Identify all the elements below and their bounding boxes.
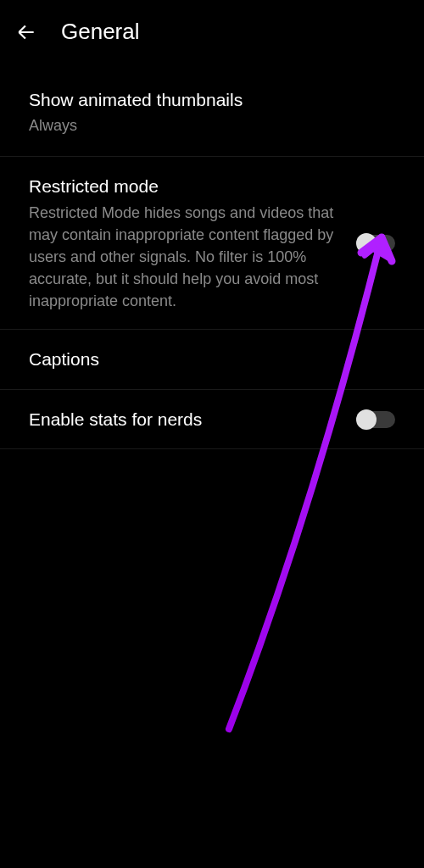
page-title: General bbox=[61, 19, 140, 45]
setting-content: Captions bbox=[29, 347, 395, 371]
stats-for-nerds-toggle[interactable] bbox=[358, 411, 395, 428]
setting-description: Restricted Mode hides songs and videos t… bbox=[29, 202, 341, 312]
setting-content: Restricted mode Restricted Mode hides so… bbox=[29, 174, 358, 313]
setting-title: Enable stats for nerds bbox=[29, 407, 341, 431]
setting-restricted-mode[interactable]: Restricted mode Restricted Mode hides so… bbox=[0, 157, 424, 331]
settings-list: Show animated thumbnails Always Restrict… bbox=[0, 64, 424, 449]
setting-stats-for-nerds[interactable]: Enable stats for nerds bbox=[0, 390, 424, 449]
setting-animated-thumbnails[interactable]: Show animated thumbnails Always bbox=[0, 64, 424, 157]
setting-title: Restricted mode bbox=[29, 174, 341, 198]
back-icon[interactable] bbox=[15, 21, 37, 43]
toggle-thumb bbox=[356, 409, 377, 430]
setting-content: Show animated thumbnails Always bbox=[29, 87, 395, 137]
restricted-mode-toggle[interactable] bbox=[358, 235, 395, 252]
setting-subtitle: Always bbox=[29, 115, 378, 136]
setting-captions[interactable]: Captions bbox=[0, 330, 424, 389]
header: General bbox=[0, 0, 424, 64]
setting-title: Captions bbox=[29, 347, 378, 371]
setting-content: Enable stats for nerds bbox=[29, 407, 358, 431]
toggle-thumb bbox=[356, 233, 377, 253]
setting-title: Show animated thumbnails bbox=[29, 87, 378, 112]
